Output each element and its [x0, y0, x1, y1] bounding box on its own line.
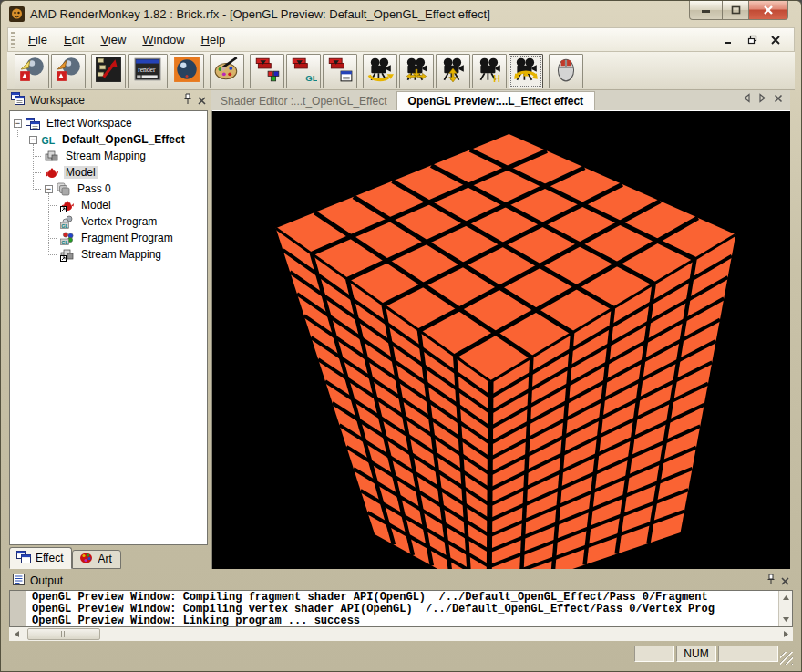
resize-grip-handle[interactable] — [780, 652, 793, 665]
output-panel-icon — [13, 573, 25, 589]
titlebar[interactable]: AMD RenderMonkey 1.82 : Brick.rfx - [Ope… — [1, 1, 801, 27]
gl-effect-icon: GL — [41, 133, 57, 147]
output-pin-icon[interactable] — [766, 573, 776, 589]
maximize-button[interactable] — [723, 1, 748, 20]
tree-item-stream-mapping-8[interactable]: Stream Mapping — [60, 246, 163, 263]
camera-home-button[interactable]: H — [472, 54, 507, 88]
brick-cube-render — [212, 111, 790, 569]
document-tab-shader-editor[interactable]: Shader Editor :...t_OpenGL_Effect — [211, 92, 396, 110]
tree-item-label[interactable]: Effect Workspace — [45, 117, 134, 129]
menu-view[interactable]: View — [92, 33, 134, 47]
tree-item-label[interactable]: Stream Mapping — [64, 150, 148, 162]
tab-scroll-right-icon[interactable] — [758, 90, 766, 107]
output-panel-header[interactable]: Output — [7, 571, 795, 590]
output-close-icon[interactable] — [781, 573, 789, 589]
add-effect-gl-icon: GL — [290, 56, 317, 87]
artist-palette-button[interactable] — [210, 54, 244, 88]
tree-expand-toggle[interactable]: − — [29, 136, 37, 144]
camera-zoom-button[interactable] — [436, 54, 470, 88]
mdi-minimize-button[interactable] — [721, 34, 735, 47]
document-area: Shader Editor :...t_OpenGL_EffectOpenGL … — [211, 90, 790, 569]
mouse-mode-button[interactable] — [549, 54, 583, 88]
add-effect-rgb-button[interactable] — [250, 54, 284, 88]
svg-text:GL: GL — [61, 239, 68, 244]
scroll-left-icon[interactable] — [9, 627, 24, 641]
close-button[interactable] — [748, 1, 788, 20]
tree-item-label[interactable]: Pass 0 — [76, 182, 113, 195]
tree-item-pass-0-4[interactable]: −Pass 0 — [45, 181, 113, 197]
document-tab-opengl-preview[interactable]: OpenGL Preview:...L_Effect effect — [396, 91, 596, 110]
camera-trackball-icon — [512, 56, 540, 87]
open-workspace-button[interactable] — [51, 54, 86, 88]
effect-tree-button[interactable] — [91, 54, 126, 88]
preview-sphere-button[interactable] — [170, 54, 204, 88]
workspace-pin-icon[interactable] — [183, 92, 192, 109]
scroll-up-icon[interactable] — [780, 592, 792, 604]
model-icon — [45, 166, 60, 180]
mouse-icon — [552, 56, 580, 87]
tree-item-label[interactable]: Model — [64, 166, 98, 179]
workspace-tab-effect[interactable]: Effect — [9, 547, 72, 569]
tree-item-vertex-program-6[interactable]: GLVertex Program — [60, 213, 159, 230]
menu-help[interactable]: Help — [193, 33, 234, 47]
workspace-panel-header[interactable]: Workspace — [7, 90, 210, 110]
ati-sphere-open-icon — [55, 56, 82, 87]
tree-expand-toggle[interactable]: − — [45, 185, 53, 193]
scroll-right-icon[interactable] — [778, 627, 793, 641]
workspace-close-icon[interactable] — [198, 92, 206, 109]
svg-text:GL: GL — [42, 135, 56, 146]
camera-rotate-button[interactable] — [363, 54, 397, 88]
tree-item-model-5[interactable]: Model — [60, 197, 113, 213]
scroll-down-icon[interactable] — [780, 614, 792, 625]
menu-file[interactable]: File — [20, 33, 56, 47]
add-effect-gl-button[interactable]: GL — [286, 54, 321, 88]
tree-item-stream-mapping-2[interactable]: Stream Mapping — [45, 148, 148, 164]
scrollbar-thumb[interactable] — [27, 628, 100, 640]
output-lines: OpenGL Preview Window: Compiling fragmen… — [32, 592, 777, 626]
tree-item-label[interactable]: Model — [79, 199, 113, 212]
toolbar-group — [549, 54, 583, 88]
tree-item-fragment-program-7[interactable]: GLFragment Program — [60, 230, 175, 246]
output-log[interactable]: OpenGL Preview Window: Compiling fragmen… — [9, 590, 793, 627]
effect-workspace-icon — [26, 117, 41, 130]
rendermonkey-window-button[interactable]: render — [128, 54, 168, 88]
mdi-close-button[interactable] — [768, 34, 783, 47]
tree-item-label[interactable]: Fragment Program — [79, 232, 175, 244]
output-horizontal-scrollbar[interactable] — [9, 627, 793, 641]
tab-scroll-left-icon[interactable] — [743, 90, 751, 107]
tree-item-effect-workspace-0[interactable]: −Effect Workspace — [14, 115, 134, 131]
minimize-button[interactable] — [689, 1, 723, 20]
output-panel-title: Output — [30, 574, 63, 587]
menu-edit[interactable]: Edit — [56, 33, 92, 47]
camera-home-icon: H — [476, 56, 503, 87]
workspace-tree: −Effect Workspace−GLDefault_OpenGL_Effec… — [9, 110, 208, 545]
tab-close-icon[interactable] — [774, 90, 783, 107]
opengl-preview-viewport[interactable] — [211, 110, 790, 569]
output-gutter — [10, 591, 26, 626]
svg-text:GL: GL — [61, 222, 68, 228]
toolbar-group — [210, 54, 244, 88]
pass-icon — [57, 182, 72, 196]
tree-item-label[interactable]: Vertex Program — [79, 215, 159, 228]
vertex-program-icon: GL — [60, 215, 76, 229]
tree-connector-stub — [17, 140, 26, 140]
camera-trackball-button[interactable] — [509, 54, 543, 88]
mdi-restore-button[interactable] — [745, 34, 759, 47]
workspace-tab-art[interactable]: Art — [72, 550, 120, 569]
svg-text:H: H — [493, 72, 500, 82]
tree-connector-line — [17, 127, 18, 137]
add-effect-window-button[interactable] — [323, 54, 357, 88]
camera-pan-button[interactable] — [399, 54, 434, 88]
tree-item-label[interactable]: Stream Mapping — [79, 248, 163, 261]
tree-item-default-opengl-effect-1[interactable]: −GLDefault_OpenGL_Effect — [29, 131, 187, 148]
new-workspace-button[interactable] — [15, 54, 49, 88]
tree-connector-stub — [48, 238, 57, 239]
window-title: AMD RenderMonkey 1.82 : Brick.rfx - [Ope… — [30, 1, 490, 27]
toolbar-group — [15, 54, 86, 88]
tree-item-label[interactable]: Default_OpenGL_Effect — [60, 133, 187, 146]
tree-item-model-3[interactable]: Model — [45, 164, 98, 181]
menu-window[interactable]: Window — [134, 33, 192, 47]
artist-palette-icon — [213, 56, 241, 87]
output-vertical-scrollbar[interactable] — [778, 591, 792, 626]
menubar-grip-handle[interactable] — [11, 32, 15, 48]
